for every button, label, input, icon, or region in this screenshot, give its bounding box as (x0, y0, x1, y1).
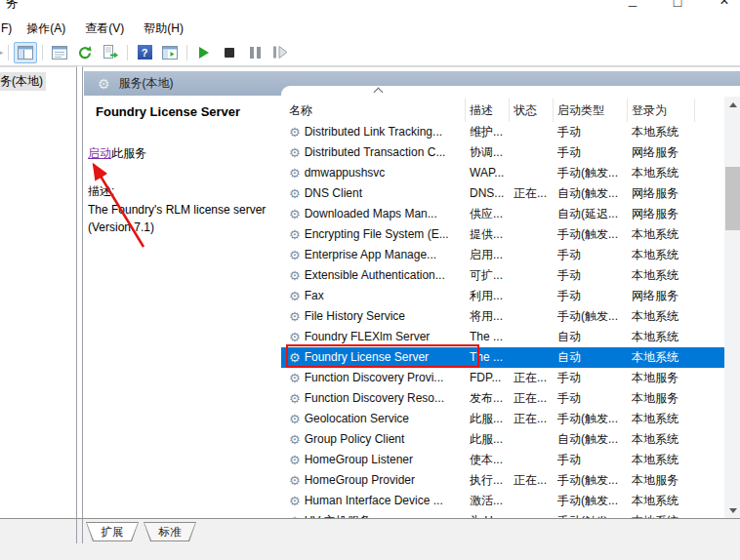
startup-type-cell: 手动(触发... (554, 491, 628, 511)
logon-as-cell: 本地系统 (628, 409, 695, 429)
startup-type-cell: 手动(触发... (554, 306, 628, 327)
service-row[interactable]: ⚙HomeGroup Provider执行...正在...手动(触发...本地服… (281, 470, 724, 491)
desc-cell: WAP... (466, 163, 510, 183)
service-gear-icon: ⚙ (289, 515, 301, 518)
service-row[interactable]: ⚙Extensible Authentication...可扩...手动本地系统 (281, 265, 724, 286)
name-cell: ⚙HomeGroup Provider (281, 470, 466, 491)
service-row[interactable]: ⚙HV 主机服务为 H...手动(触发...本地系统 (281, 511, 724, 518)
desc-cell: 此服... (466, 409, 510, 429)
service-name: HV 主机服务 (305, 511, 371, 518)
service-gear-icon: ⚙ (289, 392, 301, 405)
vertical-scrollbar[interactable] (724, 97, 740, 518)
close-button[interactable]: × (715, 0, 734, 10)
service-row[interactable]: ⚙Downloaded Maps Man...供应...自动(延迟...网络服务 (281, 204, 724, 224)
startup-type-cell: 手动 (554, 245, 628, 265)
service-row[interactable]: ⚙Distributed Link Tracking...维护...手动本地系统 (281, 122, 724, 142)
start-service-link[interactable]: 启动 (88, 146, 111, 160)
refresh-icon[interactable] (73, 42, 97, 63)
service-gear-icon: ⚙ (289, 413, 301, 425)
stop-glyph (225, 48, 234, 58)
scroll-up-icon[interactable] (724, 97, 740, 113)
logon-as-cell: 本地系统 (628, 224, 695, 245)
show-console-tree-icon[interactable] (14, 42, 37, 63)
desc-cell: 提供... (466, 224, 510, 245)
menu-item-help[interactable]: 帮助(H) (134, 18, 193, 40)
service-row[interactable]: ⚙DNS ClientDNS...正在...自动(触发...网络服务 (281, 183, 724, 204)
service-gear-icon: ⚙ (289, 474, 301, 487)
name-cell: ⚙Function Discovery Provi... (281, 368, 466, 388)
service-row[interactable]: ⚙Encrypting File System (E...提供...手动(触发.… (281, 224, 724, 245)
service-row[interactable]: ⚙Group Policy Client此服...自动(触发...本地系统 (281, 429, 724, 450)
tab-standard[interactable]: 标准 (144, 522, 196, 541)
export-list-icon[interactable] (99, 42, 122, 63)
service-row[interactable]: ⚙Human Interface Device ...激活...手动(触发...… (281, 491, 724, 511)
logon-as-cell: 本地系统 (628, 347, 695, 368)
name-cell: ⚙Function Discovery Reso... (281, 388, 466, 409)
properties-icon[interactable] (48, 42, 71, 63)
column-header-1[interactable]: 描述 (466, 99, 510, 122)
status-cell: 正在... (510, 183, 554, 204)
service-row[interactable]: ⚙Function Discovery Reso...发布...正在...手动本… (281, 388, 724, 409)
service-gear-icon: ⚙ (289, 269, 301, 282)
service-row[interactable]: ⚙dmwappushsvcWAP...手动(触发...本地系统 (281, 163, 724, 183)
tree-border-line (76, 519, 77, 543)
action-pane-glyph (162, 46, 178, 60)
show-action-pane-icon[interactable] (158, 42, 182, 63)
service-gear-icon: ⚙ (289, 187, 301, 200)
scrollbar-thumb[interactable] (725, 167, 740, 230)
service-name: Distributed Link Tracking... (305, 122, 442, 142)
status-cell (510, 286, 554, 306)
service-row[interactable]: ⚙Foundry License ServerThe ...自动本地系统 (281, 347, 724, 368)
service-row[interactable]: ⚙Distributed Transaction C...协调...手动网络服务 (281, 142, 724, 163)
startup-type-cell: 手动(触发... (554, 224, 628, 245)
column-header-4[interactable]: 登录为 (628, 99, 695, 122)
status-cell: 正在... (510, 470, 554, 491)
service-name: Foundry FLEXlm Server (305, 327, 431, 347)
logon-as-cell: 本地系统 (628, 163, 695, 183)
startup-type-cell: 手动 (554, 450, 628, 470)
service-name: Geolocation Service (305, 409, 409, 429)
status-cell: 正在... (510, 388, 554, 409)
service-row[interactable]: ⚙HomeGroup Listener使本...手动本地系统 (281, 450, 724, 470)
name-cell: ⚙Human Interface Device ... (281, 491, 466, 511)
forward-arrow-icon[interactable]: ▶ (0, 46, 4, 59)
logon-as-cell: 本地服务 (628, 368, 695, 388)
start-service-icon[interactable] (192, 42, 216, 63)
tab-extended[interactable]: 扩展 (86, 522, 139, 541)
service-name: Downloaded Maps Man... (305, 204, 437, 224)
scroll-down-icon[interactable] (724, 502, 740, 518)
service-gear-icon: ⚙ (289, 126, 301, 139)
maximize-button[interactable]: □ (668, 0, 687, 10)
service-row[interactable]: ⚙Function Discovery Provi...FDP...正在...手… (281, 368, 724, 388)
column-header-2[interactable]: 状态 (510, 99, 554, 122)
stop-service-icon[interactable] (218, 42, 241, 63)
service-name: Foundry License Server (305, 347, 429, 368)
desc-cell: 使本... (466, 450, 510, 470)
service-row[interactable]: ⚙Enterprise App Manage...启用...手动本地系统 (281, 245, 724, 265)
service-row[interactable]: ⚙Geolocation Service此服...正在...手动(触发...本地… (281, 409, 724, 429)
column-header-3[interactable]: 启动类型 (554, 99, 628, 122)
help-icon[interactable]: ? (133, 42, 156, 63)
logon-as-cell: 本地系统 (628, 122, 695, 142)
menu-item-action[interactable]: 操作(A) (17, 18, 75, 40)
services-window: 务 ─ □ × F)操作(A)查看(V)帮助(H) ▶ ? (0, 0, 740, 560)
menu-item-view[interactable]: 查看(V) (75, 18, 134, 40)
status-cell (510, 429, 554, 450)
minimize-button[interactable]: ─ (623, 0, 642, 13)
service-row[interactable]: ⚙Fax利用...手动网络服务 (281, 286, 724, 306)
column-header-0[interactable]: 名称 (281, 99, 466, 122)
tree-item-services-local[interactable]: 务(本地) (0, 72, 46, 91)
startup-type-cell: 手动 (554, 368, 628, 388)
status-cell (510, 142, 554, 163)
service-row[interactable]: ⚙Foundry FLEXlm ServerThe ...自动本地系统 (281, 327, 724, 347)
toolbar-separator (186, 45, 187, 60)
sort-ascending-icon (374, 88, 384, 98)
logon-as-cell: 网络服务 (628, 142, 695, 163)
toolbar-separator (42, 45, 43, 60)
service-gear-icon: ⚙ (289, 454, 301, 466)
desc-cell: DNS... (466, 183, 510, 204)
service-row[interactable]: ⚙File History Service将用...手动(触发...本地系统 (281, 306, 724, 327)
menu-item-file-partial[interactable]: F) (0, 19, 17, 38)
restart-service-icon[interactable] (268, 42, 292, 63)
pause-service-icon[interactable] (243, 42, 267, 63)
